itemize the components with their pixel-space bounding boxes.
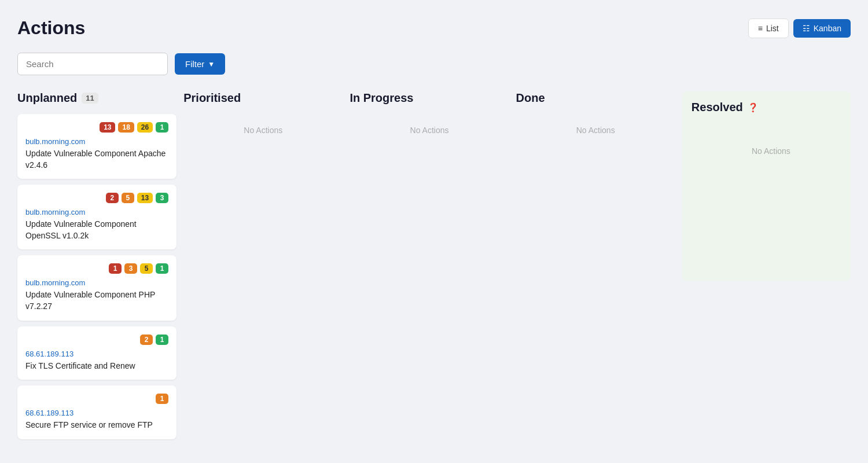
column-header-done: Done	[516, 91, 675, 105]
column-done: DoneNo Actions	[516, 91, 682, 146]
column-header-unplanned: Unplanned11	[17, 91, 176, 105]
kanban-label: Kanban	[814, 24, 841, 33]
no-actions-label: No Actions	[350, 114, 509, 146]
table-row[interactable]: 1351bulb.morning.comUpdate Vulnerable Co…	[17, 255, 176, 320]
kanban-board: Unplanned111318261bulb.morning.comUpdate…	[17, 91, 851, 445]
card-source: bulb.morning.com	[25, 278, 168, 287]
column-header-prioritised: Prioritised	[183, 91, 343, 105]
column-prioritised: PrioritisedNo Actions	[183, 91, 350, 146]
card-title: Update Vulnerable Component OpenSSL v1.0…	[25, 219, 168, 241]
card-badges: 25133	[25, 193, 168, 203]
badge-red: 1	[109, 263, 122, 274]
column-title-unplanned: Unplanned	[17, 91, 77, 105]
card-source: bulb.morning.com	[25, 137, 168, 146]
no-actions-label: No Actions	[183, 114, 343, 146]
column-title-in-progress: In Progress	[350, 91, 413, 105]
badge-orange: 18	[118, 122, 134, 133]
badge-orange: 5	[122, 193, 134, 203]
table-row[interactable]: 168.61.189.113Secure FTP service or remo…	[17, 385, 176, 439]
badge-green: 1	[156, 263, 168, 274]
column-title-resolved: Resolved	[692, 101, 743, 114]
filter-button[interactable]: Filter ▼	[175, 53, 225, 75]
no-actions-label: No Actions	[516, 114, 675, 146]
badge-red: 13	[100, 122, 115, 133]
card-badges: 1	[25, 394, 168, 404]
badge-yellow: 5	[140, 263, 153, 274]
no-actions-label: No Actions	[692, 123, 851, 271]
badge-green: 1	[156, 122, 168, 133]
page-header: Actions ≡ List ☷ Kanban	[17, 17, 851, 39]
card-source: 68.61.189.113	[25, 350, 168, 358]
chevron-down-icon: ▼	[208, 60, 215, 68]
card-title: Secure FTP service or remove FTP	[25, 420, 168, 431]
badge-orange: 1	[156, 394, 168, 404]
filter-label: Filter	[185, 59, 204, 69]
card-title: Update Vulnerable Component PHP v7.2.27	[25, 289, 168, 312]
help-icon[interactable]: ❓	[748, 102, 759, 113]
search-input[interactable]	[17, 53, 168, 75]
column-header-in-progress: In Progress	[350, 91, 509, 105]
card-title: Fix TLS Certificate and Renew	[25, 361, 168, 372]
badge-orange: 3	[124, 263, 137, 274]
card-title: Update Vulnerable Component Apache v2.4.…	[25, 148, 168, 171]
column-unplanned: Unplanned111318261bulb.morning.comUpdate…	[17, 91, 183, 445]
column-header-resolved: Resolved❓	[692, 101, 851, 114]
page-title: Actions	[17, 17, 85, 39]
column-count-unplanned: 11	[82, 93, 98, 104]
column-title-prioritised: Prioritised	[183, 91, 241, 105]
column-title-done: Done	[516, 91, 545, 105]
badge-red: 2	[106, 193, 119, 203]
column-in-progress: In ProgressNo Actions	[350, 91, 516, 146]
badge-green: 3	[156, 193, 168, 203]
table-row[interactable]: 25133bulb.morning.comUpdate Vulnerable C…	[17, 185, 176, 249]
badge-green: 1	[156, 335, 168, 345]
view-toggle: ≡ List ☷ Kanban	[748, 19, 851, 38]
list-icon: ≡	[758, 24, 763, 33]
table-row[interactable]: 2168.61.189.113Fix TLS Certificate and R…	[17, 326, 176, 380]
badge-yellow: 26	[137, 122, 153, 133]
list-view-button[interactable]: ≡ List	[748, 19, 789, 38]
badge-yellow: 13	[137, 193, 153, 203]
kanban-icon: ☷	[803, 24, 810, 33]
card-badges: 21	[25, 335, 168, 345]
card-badges: 1318261	[25, 122, 168, 133]
table-row[interactable]: 1318261bulb.morning.comUpdate Vulnerable…	[17, 114, 176, 179]
card-source: 68.61.189.113	[25, 409, 168, 417]
toolbar: Filter ▼	[17, 53, 851, 75]
list-label: List	[766, 24, 779, 33]
card-source: bulb.morning.com	[25, 208, 168, 216]
badge-orange: 2	[140, 335, 153, 345]
card-badges: 1351	[25, 263, 168, 274]
column-resolved: Resolved❓No Actions	[682, 91, 851, 281]
kanban-view-button[interactable]: ☷ Kanban	[793, 19, 851, 38]
